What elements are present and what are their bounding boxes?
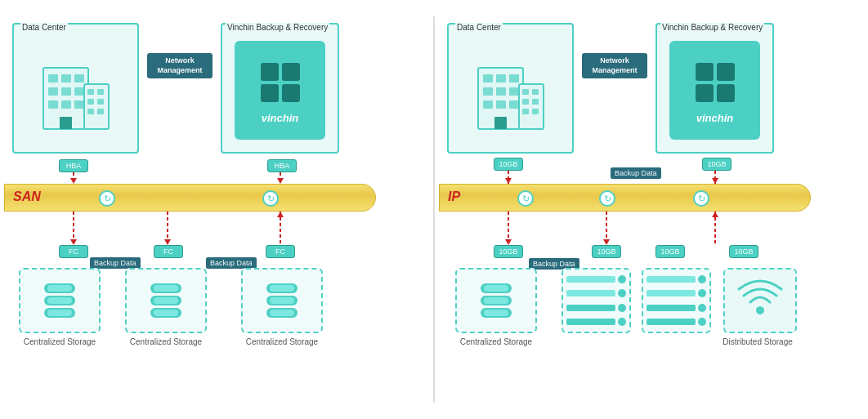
left-vinchin-brand: vinchin	[262, 112, 299, 124]
svg-marker-27	[277, 212, 284, 217]
right-storage-4	[723, 268, 797, 333]
svg-marker-23	[164, 239, 171, 245]
svg-rect-29	[483, 74, 493, 82]
left-dc-box: Data Center	[12, 23, 139, 154]
left-storage-label-2: Centralized Storage	[125, 337, 207, 346]
svg-rect-31	[509, 74, 519, 82]
svg-rect-44	[522, 109, 529, 114]
svg-marker-53	[712, 212, 718, 217]
left-storage-label-1: Centralized Storage	[19, 337, 101, 346]
svg-rect-13	[97, 89, 104, 95]
left-building-icon	[35, 43, 117, 133]
right-dc-label: Data Center	[455, 23, 503, 32]
svg-rect-45	[532, 109, 539, 114]
left-storage-1	[19, 268, 101, 333]
svg-rect-37	[509, 100, 519, 109]
right-10gb-3: 10GB	[655, 245, 685, 258]
right-ip-pipe: IP ↻ ↻ ↻	[439, 184, 811, 212]
right-storage-3	[642, 268, 711, 333]
right-storage-1	[455, 268, 537, 333]
left-pipe-conn-1: ↻	[99, 190, 115, 207]
svg-marker-55	[603, 239, 610, 245]
left-pipe-conn-2: ↻	[262, 190, 279, 207]
svg-rect-15	[97, 99, 104, 105]
right-building-icon	[470, 43, 552, 133]
right-pipe-conn-3: ↻	[693, 190, 709, 207]
right-pipe-label: IP	[448, 189, 460, 204]
left-fc-2: FC	[154, 245, 183, 258]
right-diagram: Data Center	[439, 8, 864, 411]
svg-rect-14	[87, 99, 94, 105]
right-pipe-conn-1: ↻	[517, 190, 534, 207]
left-storage-label-3: Centralized Storage	[241, 337, 323, 346]
right-vinchin-brand: vinchin	[696, 112, 734, 124]
right-storage-2	[562, 268, 631, 333]
left-san-pipe: SAN ↻ ↻	[4, 184, 376, 212]
left-vinchin-box: Vinchin Backup & Recovery vinchin	[221, 23, 339, 154]
distributed-storage-icon	[736, 276, 785, 325]
svg-rect-30	[496, 74, 506, 82]
right-10gb-4: 10GB	[729, 245, 758, 258]
svg-rect-32	[483, 87, 493, 96]
svg-rect-10	[60, 117, 72, 129]
svg-rect-33	[496, 87, 506, 96]
right-vinchin-label: Vinchin Backup & Recovery	[660, 23, 764, 32]
left-hba-1: HBA	[59, 159, 88, 172]
svg-rect-4	[48, 87, 58, 96]
diagram-divider	[433, 16, 435, 403]
svg-rect-9	[74, 100, 84, 109]
svg-rect-35	[483, 100, 493, 109]
right-storage-label-1: Centralized Storage	[455, 337, 537, 346]
svg-rect-8	[61, 100, 71, 109]
left-storage-3	[241, 268, 323, 333]
main-container: Data Center	[0, 0, 868, 419]
left-fc-1: FC	[59, 245, 88, 258]
right-storage-label-4: Distributed Storage	[713, 337, 803, 346]
svg-rect-5	[61, 87, 71, 96]
left-storage-2	[125, 268, 207, 333]
left-diagram: Data Center	[4, 8, 429, 411]
right-vinchin-logo: vinchin	[669, 41, 760, 140]
svg-rect-36	[496, 100, 506, 109]
left-vinchin-label: Vinchin Backup & Recovery	[226, 23, 329, 32]
left-pipe-label: SAN	[13, 189, 41, 204]
right-netmgmt: Network Management	[582, 53, 647, 78]
svg-rect-6	[74, 87, 84, 96]
left-fc-3: FC	[266, 245, 295, 258]
svg-rect-17	[97, 109, 104, 114]
svg-rect-16	[87, 109, 94, 114]
left-backup-2: Backup Data	[206, 257, 257, 269]
right-dc-box: Data Center	[447, 23, 574, 154]
right-10gb-dc: 10GB	[494, 158, 523, 171]
svg-rect-43	[532, 99, 539, 105]
svg-marker-25	[277, 178, 284, 184]
svg-rect-40	[522, 89, 529, 95]
svg-rect-38	[494, 117, 507, 129]
left-dc-label: Data Center	[20, 23, 68, 32]
svg-rect-7	[48, 100, 58, 109]
svg-marker-19	[70, 178, 77, 184]
svg-rect-34	[509, 87, 519, 96]
svg-marker-21	[70, 239, 77, 245]
svg-rect-1	[48, 74, 58, 82]
left-netmgmt: Network Management	[147, 53, 213, 78]
svg-rect-41	[532, 89, 539, 95]
svg-marker-51	[712, 178, 718, 184]
svg-rect-42	[522, 99, 529, 105]
right-10gb-2: 10GB	[592, 245, 621, 258]
svg-marker-47	[505, 178, 512, 184]
left-backup-1: Backup Data	[90, 257, 141, 269]
svg-rect-3	[74, 74, 84, 82]
svg-point-56	[756, 306, 764, 314]
svg-marker-49	[505, 239, 512, 245]
svg-rect-12	[87, 89, 94, 95]
right-pipe-conn-2: ↻	[599, 190, 615, 207]
left-hba-2: HBA	[267, 159, 297, 172]
right-10gb-vinchin: 10GB	[702, 158, 732, 171]
svg-rect-2	[61, 74, 71, 82]
left-vinchin-logo: vinchin	[235, 41, 325, 140]
right-vinchin-box: Vinchin Backup & Recovery vinchin	[655, 23, 774, 154]
right-10gb-1: 10GB	[494, 245, 523, 258]
right-backup-data-top: Backup Data	[611, 167, 661, 179]
